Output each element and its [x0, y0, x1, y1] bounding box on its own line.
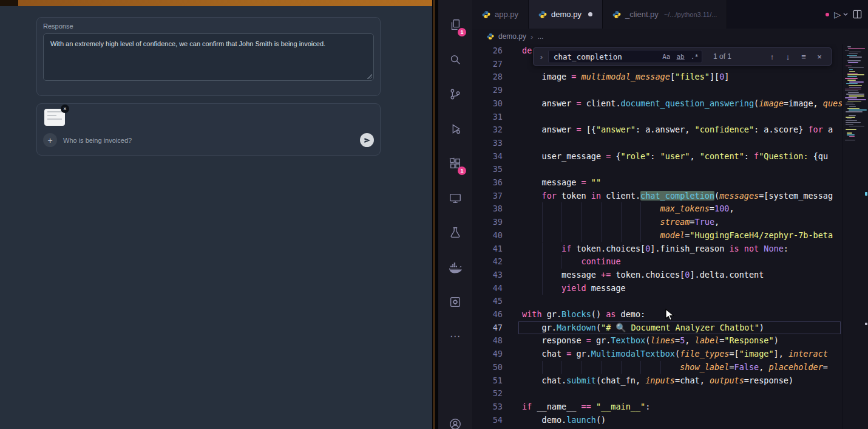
code-line[interactable]: 31 — [472, 111, 843, 124]
account-icon[interactable] — [449, 417, 462, 429]
regex-button[interactable]: .* — [688, 52, 702, 62]
line-number[interactable]: 38 — [472, 202, 503, 216]
sidebar-item-containers[interactable] — [441, 284, 469, 319]
code-line[interactable]: 36 message = "" — [472, 176, 843, 190]
code-line[interactable]: 53if __name__ == "__main__": — [472, 400, 843, 414]
tab-client-py[interactable]: _client.py ~/.../python3.11/... — [603, 0, 727, 29]
breadcrumb-more[interactable]: ... — [537, 32, 543, 41]
code-line[interactable]: 44 yield message — [472, 282, 843, 295]
code-line[interactable]: 32 answer = [{"answer": a.answer, "confi… — [472, 123, 843, 137]
sidebar-item-more[interactable]: ⋯ — [441, 319, 469, 354]
tab-demo-py[interactable]: demo.py — [529, 0, 603, 29]
line-number[interactable]: 36 — [472, 176, 503, 190]
code-line[interactable]: 39 stream=True, — [472, 216, 843, 229]
line-number[interactable]: 53 — [472, 400, 503, 414]
breadcrumb[interactable]: demo.py › ... — [472, 29, 868, 44]
line-number[interactable]: 52 — [472, 387, 503, 400]
code-line[interactable]: 50 show_label=False, placeholder= — [472, 361, 843, 374]
send-button[interactable] — [360, 133, 374, 147]
line-number[interactable]: 50 — [472, 361, 503, 374]
code-line[interactable]: 43 message += token.choices[0].delta.con… — [472, 269, 843, 282]
line-number[interactable]: 44 — [472, 282, 503, 295]
line-number[interactable]: 40 — [472, 229, 503, 242]
match-case-button[interactable]: Aa — [659, 52, 673, 62]
line-number[interactable]: 54 — [472, 414, 503, 427]
line-number[interactable]: 41 — [472, 242, 503, 256]
code-line[interactable]: 42 continue — [472, 255, 843, 269]
line-number[interactable]: 31 — [472, 111, 503, 124]
sidebar-item-run-debug[interactable] — [441, 111, 469, 146]
minimap-mark — [847, 118, 852, 120]
code-line[interactable]: 46with gr.Blocks() as demo: — [472, 308, 843, 321]
sidebar-item-remote-explorer[interactable] — [441, 180, 469, 215]
find-next-button[interactable]: ↓ — [780, 52, 796, 61]
code-line[interactable]: 41 if token.choices[0].finish_reason is … — [472, 242, 843, 256]
line-number[interactable]: 30 — [472, 97, 503, 111]
line-number[interactable]: 48 — [472, 334, 503, 348]
find-previous-button[interactable]: ↑ — [764, 52, 780, 61]
line-number[interactable]: 33 — [472, 137, 503, 150]
line-number[interactable]: 35 — [472, 163, 503, 176]
tab-app-py[interactable]: app.py — [472, 0, 529, 29]
find-close-button[interactable]: × — [812, 52, 827, 61]
code-line[interactable]: 34 user_message = {"role": "user", "cont… — [472, 150, 843, 163]
code-line[interactable]: 40 model="HuggingFaceH4/zephyr-7b-beta — [472, 229, 843, 242]
code-line[interactable]: 54 demo.launch() — [472, 414, 843, 427]
line-number[interactable]: 37 — [472, 190, 503, 203]
sidebar-item-docker[interactable] — [441, 250, 469, 284]
line-number[interactable]: 45 — [472, 295, 503, 308]
whole-word-button[interactable]: ab — [674, 52, 688, 62]
code-line[interactable]: 33 — [472, 137, 843, 150]
minimap[interactable] — [842, 44, 868, 429]
run-dropdown-chevron-icon[interactable] — [843, 13, 848, 16]
find-input[interactable]: chat_completion Aa ab .* — [548, 50, 702, 63]
window-divider — [432, 0, 438, 429]
breadcrumb-file[interactable]: demo.py — [498, 32, 526, 41]
find-toggle-chevron-icon[interactable]: › — [537, 52, 546, 61]
line-number[interactable]: 29 — [472, 84, 503, 97]
line-number[interactable]: 42 — [472, 255, 503, 269]
sidebar-item-search[interactable] — [441, 42, 469, 77]
indent-guide — [561, 216, 562, 229]
modified-dot-icon[interactable] — [588, 12, 592, 16]
run-button[interactable]: ▷ — [834, 10, 841, 19]
code-line[interactable]: 45 — [472, 295, 843, 308]
run-debug-icon — [449, 122, 462, 136]
response-textarea[interactable]: With an extremely high level of confiden… — [43, 33, 374, 81]
sidebar-item-testing[interactable] — [441, 215, 469, 250]
line-number[interactable]: 28 — [472, 70, 503, 84]
code-line[interactable]: 55 — [472, 427, 843, 429]
line-number[interactable]: 55 — [472, 427, 503, 429]
line-number[interactable]: 43 — [472, 269, 503, 282]
line-number[interactable]: 26 — [472, 44, 503, 58]
line-number[interactable]: 51 — [472, 374, 503, 388]
line-number[interactable]: 32 — [472, 123, 503, 137]
code-line[interactable]: 38 max_tokens=100, — [472, 202, 843, 216]
code-line[interactable]: 51 chat.submit(chat_fn, inputs=chat, out… — [472, 374, 843, 388]
sidebar-item-extensions[interactable]: 1 — [441, 146, 469, 180]
find-in-selection-button[interactable]: ≡ — [796, 52, 812, 61]
code-line[interactable]: 47 gr.Markdown("# 🔍 Document Analyzer Ch… — [472, 321, 843, 335]
add-file-button[interactable]: + — [43, 133, 57, 147]
line-number[interactable]: 47 — [472, 321, 503, 335]
line-number[interactable]: 49 — [472, 348, 503, 361]
code-line[interactable]: 37 for token in client.chat_completion(m… — [472, 190, 843, 203]
line-number[interactable]: 46 — [472, 308, 503, 321]
line-number[interactable]: 27 — [472, 58, 503, 71]
sidebar-item-source-control[interactable] — [441, 77, 469, 111]
code-line[interactable]: 29 — [472, 84, 843, 97]
sidebar-item-explorer[interactable]: 1 — [441, 7, 469, 42]
code-line[interactable]: 28 image = multimodal_message["files"][0… — [472, 70, 843, 84]
code-line[interactable]: 30 answer = client.document_question_ans… — [472, 97, 843, 111]
code-line[interactable]: 48 response = gr.Textbox(lines=5, label=… — [472, 334, 843, 348]
editor[interactable]: 26de2728 image = multimodal_message["fil… — [472, 44, 868, 429]
code-line[interactable]: 52 — [472, 387, 843, 400]
line-number[interactable]: 34 — [472, 150, 503, 163]
split-editor-button[interactable] — [853, 10, 862, 19]
chat-text-input[interactable]: Who is being invoiced? — [63, 137, 132, 144]
resize-handle-icon[interactable] — [367, 74, 372, 79]
remove-attachment-button[interactable]: × — [61, 105, 69, 113]
code-line[interactable]: 35 — [472, 163, 843, 176]
code-line[interactable]: 49 chat = gr.MultimodalTextbox(file_type… — [472, 348, 843, 361]
line-number[interactable]: 39 — [472, 216, 503, 229]
